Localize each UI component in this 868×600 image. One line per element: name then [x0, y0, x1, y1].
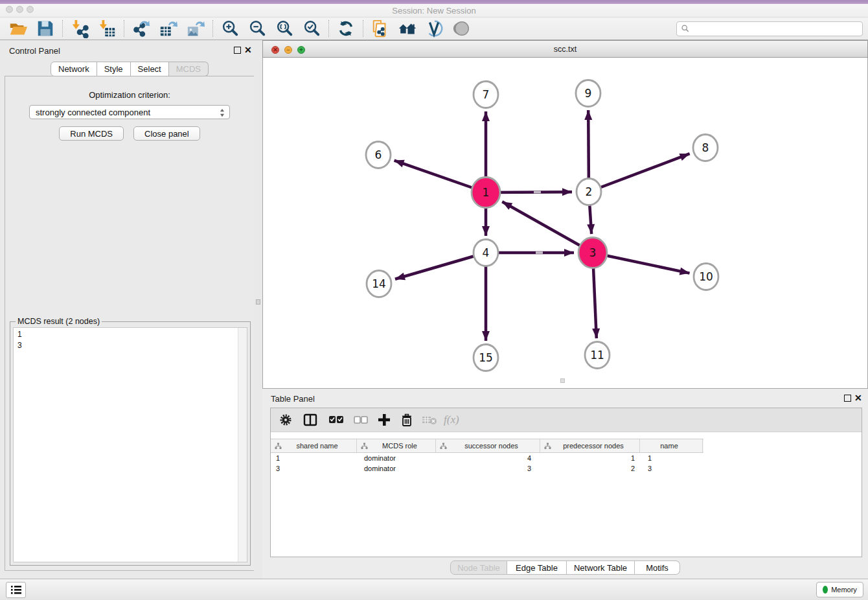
float-table-panel-icon[interactable] — [844, 395, 851, 402]
search-icon — [681, 24, 690, 33]
select-all-icon[interactable] — [328, 415, 344, 424]
control-panel: Control Panel ✕ NetworkStyleSelectMCDS O… — [0, 40, 254, 579]
edge-3-1[interactable] — [502, 202, 593, 253]
close-table-panel-icon[interactable]: ✕ — [854, 395, 862, 402]
zoom-out-icon[interactable] — [247, 19, 267, 38]
add-column-icon[interactable] — [378, 413, 391, 426]
table-cell: dominator — [357, 453, 436, 463]
task-history-button[interactable] — [6, 582, 26, 598]
mcds-result-scrollbar[interactable] — [238, 328, 247, 562]
refresh-icon[interactable] — [336, 19, 356, 38]
save-session-icon[interactable] — [36, 19, 55, 38]
column-header-shared-name[interactable]: shared name — [271, 439, 357, 452]
table-tab-edge-table[interactable]: Edge Table — [507, 560, 567, 575]
zoom-in-icon[interactable] — [220, 19, 240, 38]
run-mcds-button[interactable]: Run MCDS — [59, 126, 124, 141]
graph-node-label: 7 — [483, 88, 490, 101]
home-icon[interactable] — [398, 19, 417, 38]
export-table-icon[interactable] — [159, 19, 178, 38]
splitter-handle[interactable] — [256, 299, 260, 305]
network-window-titlebar[interactable]: ✕ − + scc.txt — [262, 40, 868, 58]
toolbar-separator — [212, 20, 213, 37]
delete-rows-icon[interactable] — [401, 413, 413, 427]
import-network-icon[interactable] — [70, 19, 89, 38]
control-panel-tab-network[interactable]: Network — [51, 62, 97, 76]
table-cell: 1 — [540, 453, 640, 463]
eye-icon[interactable] — [452, 19, 472, 38]
table-cell: dominator — [357, 463, 436, 474]
optimization-criterion-select[interactable]: strongly connected component — [29, 105, 230, 119]
column-header-name[interactable]: name — [640, 439, 703, 452]
toolbar-separator — [62, 20, 63, 37]
node-table: f(x) shared nameMCDS rolesuccessor nodes… — [270, 408, 862, 557]
delete-column-icon[interactable] — [422, 415, 437, 425]
memory-button[interactable]: Memory — [816, 582, 863, 597]
table-tab-node-table[interactable]: Node Table — [450, 560, 507, 575]
close-panel-icon[interactable]: ✕ — [244, 47, 252, 54]
table-row[interactable]: 3dominator323 — [271, 463, 703, 474]
graph-node-label: 6 — [375, 148, 382, 161]
table-panel-title: Table Panel — [271, 394, 315, 404]
list-icon — [10, 585, 22, 595]
memory-label: Memory — [831, 586, 857, 594]
control-panel-tabs: NetworkStyleSelectMCDS — [51, 62, 209, 76]
mcds-result-group: MCDS result (2 nodes) 13 — [10, 321, 251, 566]
graph-node-label: 3 — [589, 246, 597, 259]
deselect-all-icon[interactable] — [354, 415, 368, 424]
graph-node-label: 11 — [590, 349, 604, 362]
edge-label — [536, 251, 543, 254]
table-cell: 3 — [271, 463, 357, 474]
control-panel-tab-select[interactable]: Select — [131, 62, 169, 76]
panel-splitter[interactable] — [254, 40, 262, 579]
search-field[interactable] — [676, 21, 863, 36]
function-builder-icon[interactable]: f(x) — [444, 413, 459, 426]
control-panel-title: Control Panel — [9, 46, 60, 56]
column-header-MCDS-role[interactable]: MCDS role — [357, 439, 436, 452]
vizmapper-icon[interactable] — [425, 19, 444, 38]
show-column-panel-icon[interactable] — [303, 413, 317, 426]
toolbar-separator — [363, 20, 363, 37]
export-image-icon[interactable] — [186, 19, 205, 38]
graph-node-label: 15 — [479, 351, 493, 364]
close-panel-button[interactable]: Close panel — [133, 126, 200, 141]
table-row[interactable]: 1dominator411 — [271, 453, 703, 463]
graph-node-label: 14 — [372, 277, 386, 290]
main-toolbar — [0, 17, 868, 40]
clone-network-icon[interactable] — [371, 19, 390, 38]
table-cell: 2 — [540, 463, 640, 474]
table-tab-motifs[interactable]: Motifs — [635, 560, 680, 575]
select-arrows-icon — [220, 108, 225, 117]
graph-node-label: 10 — [699, 270, 713, 283]
column-header-successor-nodes[interactable]: successor nodes — [436, 439, 540, 452]
network-view-window: ✕ − + scc.txt 7968124314101511 — [262, 40, 868, 389]
open-session-icon[interactable] — [8, 19, 28, 38]
toolbar-separator — [328, 20, 329, 37]
table-cell: 1 — [640, 453, 703, 463]
float-panel-icon[interactable] — [234, 47, 241, 54]
edge-4-14[interactable] — [395, 253, 486, 279]
network-window-title: scc.txt — [263, 45, 867, 54]
table: shared nameMCDS rolesuccessor nodesprede… — [271, 439, 703, 474]
status-bar: Memory — [0, 579, 868, 600]
edge-2-8[interactable] — [589, 154, 690, 192]
network-canvas[interactable]: 7968124314101511 — [262, 58, 868, 389]
zoom-fit-icon[interactable] — [275, 19, 294, 38]
export-network-icon[interactable] — [131, 19, 151, 38]
table-header: shared nameMCDS rolesuccessor nodesprede… — [271, 439, 703, 453]
mcds-result-list[interactable]: 13 — [13, 327, 247, 562]
canvas-splitter-handle[interactable] — [560, 378, 565, 383]
mcds-result-line: 1 — [14, 329, 247, 340]
column-header-predecessor-nodes[interactable]: predecessor nodes — [540, 439, 640, 452]
table-tab-network-table[interactable]: Network Table — [567, 560, 635, 575]
zoom-selected-icon[interactable] — [302, 19, 321, 38]
graph-node-label: 2 — [586, 185, 593, 198]
graph-node-label: 4 — [483, 246, 490, 259]
application-window: Session: New Session — [0, 0, 868, 600]
control-panel-tab-style[interactable]: Style — [97, 62, 131, 76]
table-cell: 1 — [271, 453, 357, 463]
table-settings-icon[interactable] — [279, 413, 292, 426]
control-panel-tab-mcds[interactable]: MCDS — [169, 62, 209, 76]
graph-node-label: 8 — [702, 141, 709, 154]
import-table-icon[interactable] — [97, 19, 117, 38]
graph-node-label: 1 — [483, 186, 490, 199]
